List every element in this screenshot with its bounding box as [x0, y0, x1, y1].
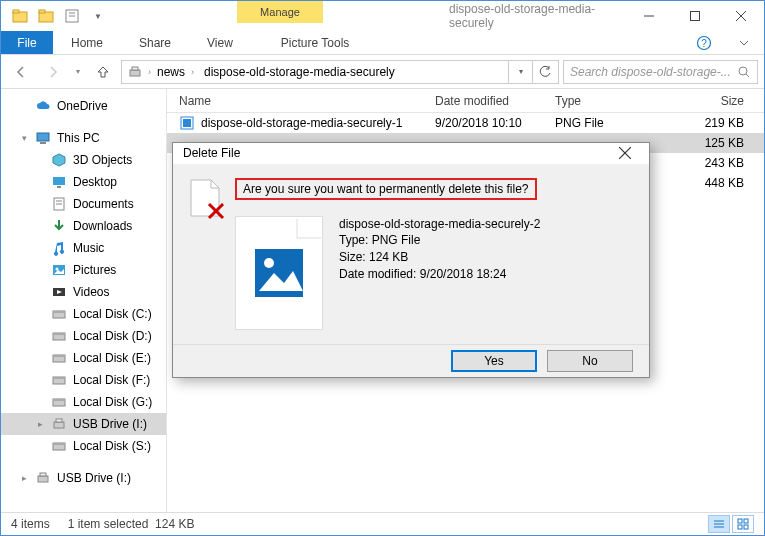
nav-item[interactable]: ▸USB Drive (I:) [1, 467, 166, 489]
window-controls [626, 1, 764, 31]
svg-rect-8 [691, 12, 700, 21]
svg-rect-1 [13, 10, 19, 13]
file-date: Date modified: 9/20/2018 18:24 [339, 266, 540, 283]
no-button[interactable]: No [547, 350, 633, 372]
chevron-right-icon[interactable]: › [148, 67, 151, 77]
nav-item[interactable]: Pictures [1, 259, 166, 281]
expand-icon[interactable]: ▾ [19, 133, 29, 143]
navigation-pane[interactable]: OneDrive▾This PC3D ObjectsDesktopDocumen… [1, 89, 167, 512]
dialog-buttons: Yes No [173, 344, 649, 377]
file-size: 125 KB [661, 136, 764, 150]
status-size: 124 KB [155, 517, 194, 531]
column-type[interactable]: Type [543, 94, 661, 108]
yes-button[interactable]: Yes [451, 350, 537, 372]
window-title: dispose-old-storage-media-securely [449, 2, 626, 30]
nav-item[interactable]: Local Disk (C:) [1, 303, 166, 325]
nav-label: Local Disk (C:) [73, 307, 152, 321]
svg-rect-18 [40, 142, 46, 144]
breadcrumb-segment[interactable]: news› [153, 65, 198, 79]
dialog-message: Are you sure you want to permanently del… [235, 178, 537, 200]
view-switcher [708, 515, 754, 533]
up-button[interactable] [89, 59, 117, 85]
svg-rect-44 [183, 119, 191, 127]
nav-label: Local Disk (G:) [73, 395, 152, 409]
ribbon-collapse-button[interactable] [724, 31, 764, 54]
nav-item[interactable]: ▾This PC [1, 127, 166, 149]
column-name[interactable]: Name [167, 94, 423, 108]
expand-icon[interactable]: ▸ [35, 419, 45, 429]
refresh-button[interactable] [532, 61, 556, 83]
nav-label: Local Disk (S:) [73, 439, 151, 453]
nav-item[interactable]: Local Disk (F:) [1, 369, 166, 391]
maximize-button[interactable] [672, 1, 718, 31]
nav-label: Downloads [73, 219, 132, 233]
nav-item[interactable]: ▸USB Drive (I:) [1, 413, 166, 435]
tab-home[interactable]: Home [53, 31, 121, 54]
nav-label: Videos [73, 285, 109, 299]
properties-icon[interactable] [61, 5, 83, 27]
svg-point-15 [739, 67, 747, 75]
file-preview: dispose-old-storage-media-securely-2 Typ… [235, 216, 633, 330]
nav-item[interactable]: Local Disk (D:) [1, 325, 166, 347]
help-icon[interactable]: ? [684, 31, 724, 54]
column-headers: Name Date modified Type Size [167, 89, 764, 113]
thumbnails-view-button[interactable] [732, 515, 754, 533]
nav-item[interactable]: Local Disk (G:) [1, 391, 166, 413]
breadcrumb-segment[interactable]: dispose-old-storage-media-securely [200, 65, 399, 79]
usb-icon [35, 470, 51, 486]
recent-dropdown[interactable]: ▾ [71, 59, 85, 85]
nav-item[interactable]: Local Disk (S:) [1, 435, 166, 457]
svg-rect-32 [53, 355, 65, 357]
svg-rect-51 [744, 525, 748, 529]
nav-label: Documents [73, 197, 134, 211]
tab-picture-tools[interactable]: Picture Tools [263, 31, 367, 54]
close-button[interactable] [718, 1, 764, 31]
minimize-button[interactable] [626, 1, 672, 31]
file-size: Size: 124 KB [339, 249, 540, 266]
file-row[interactable]: dispose-old-storage-media-securely-19/20… [167, 113, 764, 133]
disk-icon [51, 306, 67, 322]
dialog-close-button[interactable] [611, 145, 639, 161]
tab-share[interactable]: Share [121, 31, 189, 54]
file-date: 9/20/2018 10:10 [423, 116, 543, 130]
status-selection: 1 item selected [68, 517, 149, 531]
nav-item[interactable]: Local Disk (E:) [1, 347, 166, 369]
svg-rect-17 [37, 133, 49, 141]
folder-icon [35, 5, 57, 27]
file-type: Type: PNG File [339, 232, 540, 249]
expand-icon[interactable]: ▸ [19, 473, 29, 483]
nav-item[interactable]: 3D Objects [1, 149, 166, 171]
png-file-icon [179, 115, 195, 131]
file-type: PNG File [543, 116, 661, 130]
file-name: dispose-old-storage-media-securely-1 [201, 116, 402, 130]
back-button[interactable] [7, 59, 35, 85]
svg-rect-34 [53, 377, 65, 379]
tab-view[interactable]: View [189, 31, 251, 54]
status-item-count: 4 items [11, 517, 50, 531]
file-tab[interactable]: File [1, 31, 53, 54]
dialog-titlebar[interactable]: Delete File [173, 143, 649, 164]
nav-item[interactable]: Desktop [1, 171, 166, 193]
details-view-button[interactable] [708, 515, 730, 533]
cloud-icon [35, 98, 51, 114]
usb-icon [51, 416, 67, 432]
titlebar: ▼ Manage dispose-old-storage-media-secur… [1, 1, 764, 31]
nav-item[interactable]: Documents [1, 193, 166, 215]
search-input[interactable]: Search dispose-old-storage-... [563, 60, 758, 84]
chevron-right-icon[interactable]: › [191, 67, 194, 77]
nav-item[interactable]: OneDrive [1, 95, 166, 117]
svg-rect-50 [738, 525, 742, 529]
svg-rect-49 [744, 519, 748, 523]
nav-item[interactable]: Downloads [1, 215, 166, 237]
qat-dropdown-icon[interactable]: ▼ [87, 5, 109, 27]
file-size: 219 KB [661, 116, 764, 130]
forward-button[interactable] [39, 59, 67, 85]
nav-item[interactable]: Videos [1, 281, 166, 303]
breadcrumb[interactable]: › news› dispose-old-storage-media-secure… [121, 60, 559, 84]
column-date[interactable]: Date modified [423, 94, 543, 108]
nav-item[interactable]: Music [1, 237, 166, 259]
svg-line-16 [746, 74, 749, 77]
search-placeholder: Search dispose-old-storage-... [570, 65, 731, 79]
column-size[interactable]: Size [661, 94, 764, 108]
history-dropdown[interactable]: ▾ [508, 61, 532, 83]
